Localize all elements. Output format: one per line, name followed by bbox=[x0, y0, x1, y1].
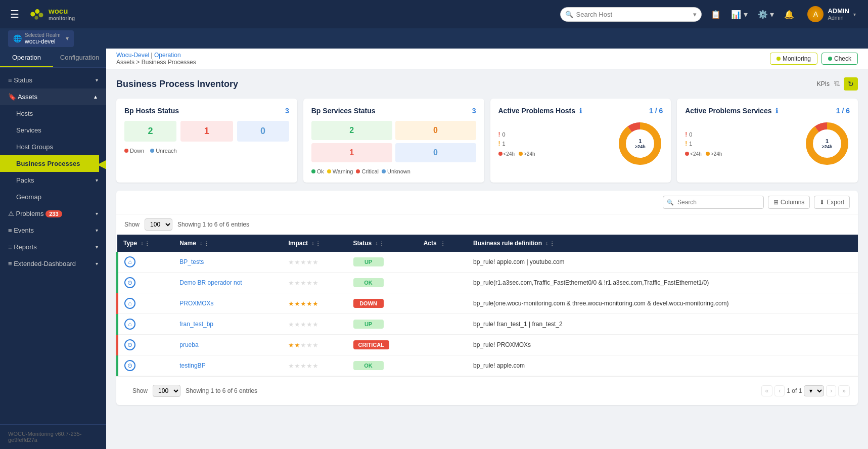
monitoring-dot bbox=[776, 57, 781, 61]
top-navigation: ☰ wocu monitoring 🔍 ▾ 📋 📊 ▾ ⚙️ ▾ 🔔 A ADM… bbox=[0, 0, 868, 28]
table-row: ⊙Demo BR operador not★★★★★OKbp_rule(r1.a… bbox=[117, 273, 858, 293]
bp-hosts-down[interactable]: 1 bbox=[180, 121, 233, 142]
tab-configuration[interactable]: Configuration bbox=[53, 49, 106, 67]
status-badge: OK bbox=[353, 278, 384, 287]
search-dropdown-icon[interactable]: ▾ bbox=[693, 11, 697, 18]
svc-legend-unknown: Unknown bbox=[382, 168, 410, 174]
svc-unknown[interactable]: 0 bbox=[395, 143, 476, 162]
bp-services-boxes: 2 0 1 0 bbox=[311, 121, 476, 162]
page-prev[interactable]: ‹ bbox=[774, 385, 785, 396]
sidebar-item-extended-dashboard[interactable]: ≡ Extended-Dashboard ▾ bbox=[0, 255, 106, 272]
sidebar-item-business-processes[interactable]: Business Processes bbox=[0, 155, 99, 172]
refresh-button[interactable]: ↻ bbox=[844, 77, 858, 91]
cell-type: ⊙ bbox=[117, 273, 173, 293]
table-row: ⌂BP_tests★★★★★UPbp_rule! apple.com | you… bbox=[117, 252, 858, 273]
problems-label: ⚠ Problems 233 bbox=[8, 210, 62, 217]
breadcrumb-bar: Wocu-Devel | Operation Assets > Business… bbox=[106, 49, 868, 69]
sidebar-item-hosts[interactable]: Hosts bbox=[0, 105, 106, 122]
sidebar-item-packs[interactable]: Packs ▾ bbox=[0, 172, 106, 189]
svg-point-2 bbox=[39, 13, 43, 17]
hamburger-icon[interactable]: ☰ bbox=[8, 6, 21, 22]
active-hosts-info-icon: ℹ bbox=[579, 107, 582, 115]
problems-arrow-icon: ▾ bbox=[96, 211, 98, 216]
active-services-header: Active Problems Services ℹ 1 / 6 bbox=[685, 107, 850, 115]
check-button[interactable]: Check bbox=[821, 53, 858, 65]
rule-sort-icon[interactable]: ↕ ⋮ bbox=[545, 241, 555, 246]
monitoring-button[interactable]: Monitoring bbox=[770, 53, 817, 65]
bp-services-legend: Ok Warning Critical Unknown bbox=[311, 168, 476, 174]
settings-icon-btn[interactable]: ⚙️ ▾ bbox=[755, 8, 777, 21]
user-name: ADMIN bbox=[828, 7, 849, 15]
star-icon: ★ bbox=[312, 300, 318, 307]
cell-name[interactable]: fran_test_bp bbox=[173, 314, 282, 335]
check-dot bbox=[828, 57, 832, 61]
table-row: ⌂PROXMOXs★★★★★DOWNbp_rule(one.wocu-monit… bbox=[117, 293, 858, 314]
sidebar-item-services[interactable]: Services bbox=[0, 122, 106, 139]
table-section: 🔍 ⊞ Columns ⬇ Export Show 100 50 2 bbox=[116, 191, 858, 405]
page-last[interactable]: » bbox=[838, 385, 850, 396]
star-icon: ★ bbox=[288, 321, 294, 328]
star-icon: ★ bbox=[300, 362, 306, 370]
svc-critical[interactable]: 1 bbox=[311, 143, 392, 162]
search-host-input[interactable] bbox=[560, 7, 702, 22]
columns-icon: ⊞ bbox=[773, 199, 779, 206]
acts-sort-icon[interactable]: ⋮ bbox=[440, 241, 445, 246]
status-sort-icon[interactable]: ↕ ⋮ bbox=[376, 241, 385, 246]
svc-ok[interactable]: 2 bbox=[311, 121, 392, 140]
export-icon-btn[interactable]: 📊 ▾ bbox=[728, 8, 750, 21]
sidebar-item-events[interactable]: ≡ Events ▾ bbox=[0, 222, 106, 239]
columns-button[interactable]: ⊞ Columns bbox=[768, 196, 810, 209]
table-footer: Show 100 50 25 Showing 1 to 6 of 6 entri… bbox=[116, 376, 858, 405]
notifications-icon-btn[interactable]: 🔔 bbox=[781, 8, 797, 21]
cell-name[interactable]: testingBP bbox=[173, 355, 282, 376]
sidebar-section-main: ≡ Status ▾ 🔖 Assets ▲ Hosts Services Hos… bbox=[0, 68, 106, 276]
breadcrumb-link-operation[interactable]: Operation bbox=[154, 52, 181, 59]
sidebar-item-host-groups[interactable]: Host Groups bbox=[0, 139, 106, 155]
status-badge: CRITICAL bbox=[353, 340, 389, 349]
breadcrumb-link-devel[interactable]: Wocu-Devel bbox=[116, 52, 149, 59]
page-select[interactable]: ▾ bbox=[804, 385, 824, 396]
page-next[interactable]: › bbox=[826, 385, 836, 396]
sidebar-item-assets[interactable]: 🔖 Assets ▲ bbox=[0, 88, 106, 105]
sidebar-item-reports[interactable]: ≡ Reports ▾ bbox=[0, 239, 106, 255]
show-select[interactable]: 100 50 25 bbox=[145, 218, 172, 231]
services-label: Services bbox=[16, 126, 41, 134]
cell-name[interactable]: BP_tests bbox=[173, 252, 282, 273]
sidebar-item-geomap[interactable]: Geomap bbox=[0, 189, 106, 205]
cell-name[interactable]: Demo BR operador not bbox=[173, 273, 282, 293]
tab-operation[interactable]: Operation bbox=[0, 49, 53, 67]
cell-acts bbox=[418, 293, 467, 314]
bp-hosts-unreach[interactable]: 0 bbox=[237, 121, 289, 142]
export-button[interactable]: ⬇ Export bbox=[814, 196, 850, 209]
logo-icon bbox=[27, 5, 45, 23]
services-donut-labels: <24h >24h bbox=[685, 151, 798, 157]
table-search-input[interactable] bbox=[663, 196, 764, 209]
cell-name[interactable]: PROXMOXs bbox=[173, 293, 282, 314]
notes-icon-btn[interactable]: 📋 bbox=[708, 8, 724, 21]
star-icon: ★ bbox=[300, 258, 306, 266]
sidebar-item-problems[interactable]: ⚠ Problems 233 ▾ bbox=[0, 205, 106, 222]
active-services-title: Active Problems Services ℹ bbox=[685, 107, 778, 115]
show-select-bottom[interactable]: 100 50 25 bbox=[153, 385, 180, 397]
star-icon: ★ bbox=[288, 300, 294, 307]
svc-legend-warning: Warning bbox=[327, 168, 353, 174]
svc-warning[interactable]: 0 bbox=[395, 121, 476, 140]
bp-hosts-up[interactable]: 2 bbox=[124, 121, 176, 142]
page-first[interactable]: « bbox=[761, 385, 773, 396]
active-arrow-indicator: ◀ bbox=[97, 157, 106, 171]
kpi-link[interactable]: KPIs bbox=[817, 80, 830, 87]
sidebar-item-status[interactable]: ≡ Status ▾ bbox=[0, 72, 106, 88]
star-icon: ★ bbox=[312, 279, 318, 287]
type-sort-icon[interactable]: ↕ ⋮ bbox=[141, 241, 150, 246]
search-icon: 🔍 bbox=[565, 11, 573, 18]
impact-sort-icon[interactable]: ↕ ⋮ bbox=[311, 241, 321, 246]
user-menu[interactable]: A ADMIN Admin ▾ bbox=[803, 4, 860, 24]
sidebar-bp-row: Business Processes ◀ bbox=[0, 155, 106, 172]
show-label: Show bbox=[124, 221, 140, 228]
name-sort-icon[interactable]: ↕ ⋮ bbox=[200, 241, 209, 246]
bp-services-card: Bp Services Status 3 2 0 1 0 Ok Warning … bbox=[303, 99, 484, 183]
logo: wocu monitoring bbox=[27, 5, 75, 23]
cell-name[interactable]: prueba bbox=[173, 335, 282, 355]
col-acts: Acts ⋮ bbox=[418, 235, 467, 252]
realm-selector[interactable]: 🌐 Selected Realm wocu-devel ▾ bbox=[8, 30, 74, 47]
